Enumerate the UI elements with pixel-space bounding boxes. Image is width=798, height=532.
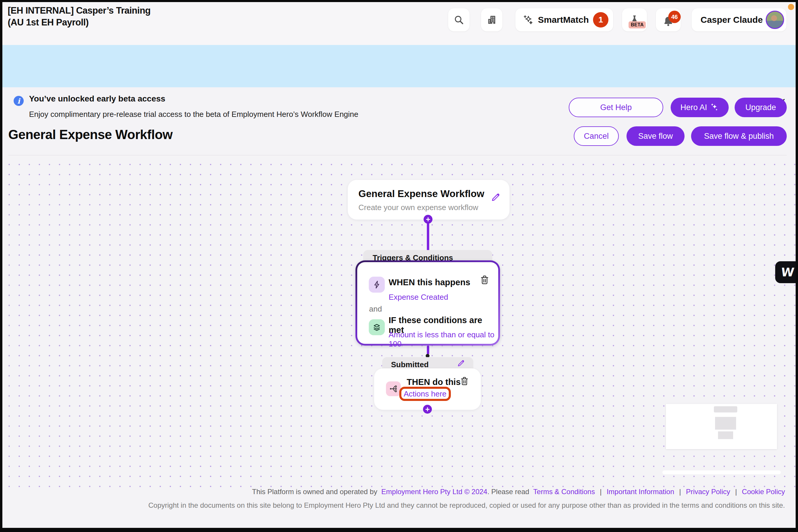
- window-border-bottom: [0, 528, 798, 532]
- footer-separator: |: [600, 488, 602, 496]
- footer-legal-line2: Copyright in the documents on this site …: [104, 501, 785, 510]
- minimap-node: [715, 417, 736, 430]
- horizontal-scrollbar[interactable]: [662, 471, 781, 474]
- branch-icon: [389, 384, 398, 393]
- then-action-node[interactable]: THEN do this Actions here: [374, 368, 481, 410]
- footer-link-privacy-policy[interactable]: Privacy Policy: [686, 488, 730, 496]
- smartmatch-button[interactable]: SmartMatch 1: [515, 8, 613, 31]
- hero-ai-label: Hero AI: [681, 103, 707, 112]
- footer-link-cookie-policy[interactable]: Cookie Policy: [742, 488, 785, 496]
- edit-pencil-icon[interactable]: [491, 192, 501, 203]
- actions-here-link[interactable]: Actions here: [404, 390, 447, 399]
- beta-access-banner: i You’ve unlocked early beta access Enjo…: [0, 45, 798, 87]
- window-border-left: [0, 0, 2, 532]
- footer-link-employment-hero[interactable]: Employment Hero Pty Ltd © 2024: [381, 488, 487, 496]
- get-help-button[interactable]: Get Help: [569, 98, 663, 117]
- trigger-condition-node[interactable]: WHEN this happens Expense Created and IF…: [356, 260, 500, 346]
- org-title-line2: (AU 1st EH Payroll): [8, 17, 150, 28]
- when-title: WHEN this happens: [388, 278, 470, 287]
- minimap-node: [714, 406, 737, 413]
- footer-text: This Platform is owned and operated by: [252, 488, 377, 496]
- org-title-line1: [EH INTERNAL] Casper’s Training: [8, 5, 150, 17]
- actions-here-highlight: Actions here: [399, 387, 451, 401]
- stage-label: Submitted: [391, 360, 429, 369]
- footer-separator: |: [679, 488, 681, 496]
- profile-button[interactable]: Casper Claude: [692, 8, 786, 31]
- canvas-minimap[interactable]: [666, 404, 777, 449]
- trash-icon[interactable]: [479, 274, 490, 286]
- when-value-link[interactable]: Expense Created: [388, 292, 448, 302]
- footer-link-terms[interactable]: Terms & Conditions: [533, 488, 595, 496]
- page-title: General Expense Workflow: [8, 127, 173, 142]
- if-value-link[interactable]: Amount is less than or equal to 100: [388, 330, 498, 348]
- footer-separator: |: [735, 488, 737, 496]
- org-title: [EH INTERNAL] Casper’s Training (AU 1st …: [8, 5, 150, 28]
- divider: [8, 155, 787, 155]
- workflow-root-node[interactable]: General Expense Workflow Create your own…: [348, 180, 509, 220]
- action-icon-tile: [386, 381, 401, 396]
- avatar: [766, 11, 784, 29]
- w-widget-button[interactable]: W: [775, 261, 798, 283]
- smartmatch-label: SmartMatch: [538, 15, 589, 25]
- layers-icon: [372, 323, 382, 332]
- trigger-icon-tile: [369, 277, 385, 292]
- organisation-switch-button[interactable]: [481, 8, 502, 31]
- w-logo: W: [781, 265, 795, 279]
- root-node-title: General Expense Workflow: [358, 188, 484, 200]
- lightning-icon: [372, 280, 382, 289]
- workflow-editor-page: [EH INTERNAL] Casper’s Training (AU 1st …: [0, 0, 798, 532]
- minimap-node: [718, 431, 733, 439]
- smartmatch-badge: 1: [593, 12, 609, 27]
- hero-ai-button[interactable]: Hero AI: [671, 98, 729, 117]
- beta-badge: BETA: [629, 21, 646, 28]
- profile-name: Casper Claude: [701, 15, 763, 25]
- upgrade-button[interactable]: Upgrade: [734, 98, 787, 117]
- connector-line: [427, 219, 429, 251]
- and-label: and: [369, 304, 382, 314]
- add-action-button[interactable]: +: [423, 405, 432, 414]
- app-header: [EH INTERNAL] Casper’s Training (AU 1st …: [0, 0, 798, 45]
- trash-icon[interactable]: [459, 376, 470, 388]
- cancel-button[interactable]: Cancel: [574, 126, 619, 146]
- condition-icon-tile: [369, 319, 385, 335]
- edit-pencil-icon[interactable]: [457, 359, 465, 367]
- status-indicator-dot: [788, 4, 794, 10]
- save-flow-button[interactable]: Save flow: [627, 126, 685, 146]
- search-icon: [454, 15, 464, 25]
- building-icon: [486, 15, 497, 25]
- footer-text: . Please read: [487, 488, 529, 496]
- search-button[interactable]: [448, 8, 470, 31]
- sparkle-icon: [523, 14, 534, 25]
- save-flow-publish-button[interactable]: Save flow & publish: [691, 126, 787, 146]
- info-icon: i: [14, 96, 24, 106]
- sparkle-icon: [710, 103, 719, 112]
- footer-legal-line1: This Platform is owned and operated by E…: [74, 488, 785, 496]
- beta-features-button[interactable]: BETA: [622, 8, 647, 31]
- window-border-right: [796, 0, 798, 532]
- add-node-button[interactable]: +: [423, 215, 433, 224]
- notifications-count-badge: 46: [668, 11, 681, 23]
- banner-title: You’ve unlocked early beta access: [29, 94, 165, 103]
- window-border-top: [0, 0, 798, 2]
- footer-link-important-information[interactable]: Important Information: [606, 488, 674, 496]
- notifications-button[interactable]: 46: [656, 8, 681, 31]
- banner-subtitle: Enjoy complimentary pre-release trial ac…: [29, 110, 358, 119]
- root-node-subtitle: Create your own expense workflow: [358, 203, 478, 212]
- then-title: THEN do this: [407, 377, 460, 387]
